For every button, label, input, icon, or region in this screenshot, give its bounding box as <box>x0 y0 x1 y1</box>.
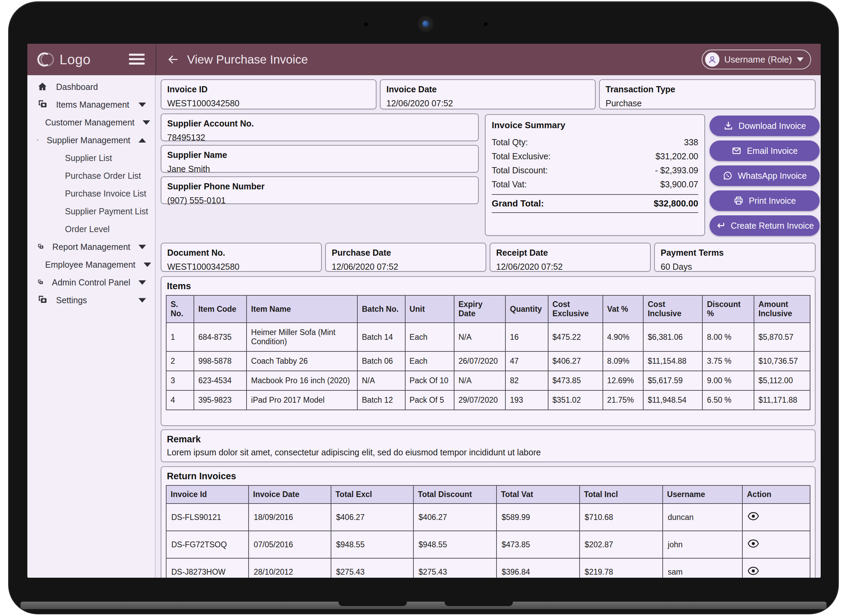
module-icon <box>37 135 38 146</box>
sidebar-item-order-level[interactable]: Order Level <box>27 220 155 238</box>
sidebar-item-supplier-management[interactable]: Supplier Management <box>27 131 155 149</box>
sidebar-item-admin-control-panel[interactable]: Admin Control Panel <box>27 274 155 291</box>
whatsapp-invoice-button[interactable]: WhatsApp Invoice <box>710 165 820 186</box>
sidebar-item-items-management[interactable]: Items Management <box>27 96 155 113</box>
summary-row: Total Discount:- $2,393.09 <box>492 164 698 177</box>
tablet-bezel: Logo View Purchase Invoice <box>9 2 838 614</box>
sidebar: Dashboard Items Management Customer Mana… <box>27 75 156 578</box>
view-icon[interactable] <box>748 539 759 548</box>
logo-area: Logo <box>27 44 156 75</box>
print-icon <box>733 196 744 206</box>
sidebar-item-employee-management[interactable]: Employee Management <box>27 256 155 274</box>
sidebar-item-report-management[interactable]: Report Management <box>27 238 155 256</box>
return-invoices-table: Invoice Id Invoice Date Total Excl Total… <box>166 485 810 578</box>
summary-row: Total Qty:338 <box>492 136 698 149</box>
chevron-down-icon <box>139 103 146 107</box>
item-row: 1684-8735 Heimer Miller Sofa (Mint Condi… <box>166 323 810 351</box>
invoice-date-field: Invoice Date 12/06/2020 07:52 <box>380 79 596 109</box>
grand-total-row: Grand Total:$32,800.00 <box>492 195 698 212</box>
summary-row: Total Exclusive:$31,202.00 <box>492 149 698 164</box>
module-icon <box>37 295 48 306</box>
email-invoice-button[interactable]: Email Invoice <box>710 140 820 161</box>
payment-terms-field: Payment Terms 60 Days <box>654 243 816 272</box>
return-invoices-title: Return Invoices <box>161 467 815 484</box>
chevron-up-icon <box>139 138 146 143</box>
front-camera-icon <box>418 16 434 32</box>
items-table: S. No. Item Code Item Name Batch No. Uni… <box>166 295 810 410</box>
sidebar-item-purchase-invoice-list[interactable]: Purchase Invoice List <box>27 184 155 202</box>
create-return-invoice-button[interactable]: Create Return Invoice <box>710 215 820 236</box>
app-screen: Logo View Purchase Invoice <box>27 44 820 578</box>
item-row: 2998-5878 Coach Tabby 26Batch 06 Each26/… <box>166 351 810 371</box>
logo-text: Logo <box>59 52 91 67</box>
item-row: 4395-9823 iPad Pro 2017 ModelBatch 12 Pa… <box>166 391 810 410</box>
receipt-date-field: Receipt Date 12/06/2020 07:52 <box>490 243 651 272</box>
top-app-bar: Logo View Purchase Invoice <box>27 44 820 75</box>
download-icon <box>723 121 733 131</box>
return-icon <box>715 221 726 231</box>
return-invoice-row: DS-J8273HOW28/10/2012 $275.43$275.43 $39… <box>166 558 810 578</box>
sidebar-item-purchase-order-list[interactable]: Purchase Order List <box>27 167 155 184</box>
user-label: Username (Role) <box>724 55 792 65</box>
chevron-down-icon <box>139 245 146 249</box>
supplier-phone-field: Supplier Phone Number (907) 555-0101 <box>161 176 479 204</box>
sidebar-item-settings[interactable]: Settings <box>27 291 155 309</box>
sensor-dot <box>363 22 369 27</box>
items-panel: Items S. No. Item Code Item Name <box>161 276 816 426</box>
transaction-type-field: Transaction Type Purchase <box>599 79 816 109</box>
chevron-down-icon <box>797 57 804 62</box>
module-icon <box>37 241 44 252</box>
chevron-down-icon <box>144 262 151 267</box>
return-header-row: Invoice Id Invoice Date Total Excl Total… <box>166 485 810 504</box>
home-icon <box>37 81 48 92</box>
remark-text: Lorem ipsum dolor sit amet, consectetur … <box>161 446 815 462</box>
view-icon[interactable] <box>748 566 759 575</box>
sidebar-item-dashboard[interactable]: Dashboard <box>27 78 155 96</box>
chevron-down-icon <box>139 298 146 302</box>
return-invoice-row: DS-FLS9012118/09/2016 $406.27$406.27 $58… <box>166 504 810 531</box>
whatsapp-icon <box>723 171 733 181</box>
menu-icon[interactable] <box>129 54 145 65</box>
supplier-account-field: Supplier Account No. 78495132 <box>161 113 479 141</box>
stage: Logo View Purchase Invoice <box>0 0 847 616</box>
document-no-field: Document No. WEST1000342580 <box>161 243 322 272</box>
module-icon <box>37 99 48 110</box>
sidebar-item-supplier-payment-list[interactable]: Supplier Payment List <box>27 202 155 220</box>
remark-panel: Remark Lorem ipsum dolor sit amet, conse… <box>161 429 816 462</box>
module-icon <box>37 277 44 288</box>
return-invoice-row: DS-FG72TSOQ07/05/2016 $948.55$948.55 $47… <box>166 531 810 558</box>
tablet-bottom-rim <box>21 602 826 609</box>
return-invoices-panel: Return Invoices Invoice Id Invoice Date … <box>161 466 816 578</box>
email-icon <box>732 146 742 156</box>
sidebar-item-supplier-list[interactable]: Supplier List <box>27 149 155 167</box>
items-panel-title: Items <box>161 277 815 294</box>
remark-title: Remark <box>161 430 815 446</box>
divider <box>492 212 698 213</box>
chevron-down-icon <box>139 280 146 285</box>
page-title: View Purchase Invoice <box>187 53 308 66</box>
purchase-date-field: Purchase Date 12/06/2020 07:52 <box>325 243 486 272</box>
chevron-down-icon <box>143 120 150 125</box>
user-menu-button[interactable]: Username (Role) <box>702 50 811 69</box>
logo-icon <box>35 51 56 68</box>
items-header-row: S. No. Item Code Item Name Batch No. Uni… <box>166 295 810 323</box>
invoice-id-field: Invoice ID WEST1000342580 <box>161 79 376 109</box>
print-invoice-button[interactable]: Print Invoice <box>710 190 820 211</box>
sidebar-item-customer-management[interactable]: Customer Management <box>27 113 155 131</box>
invoice-summary-panel: Invoice Summary Total Qty:338 Total Excl… <box>485 114 705 236</box>
sensor-dot <box>483 22 488 27</box>
back-arrow-icon[interactable] <box>166 54 180 65</box>
view-icon[interactable] <box>748 512 759 521</box>
page-head: View Purchase Invoice Username (Role) <box>156 50 820 69</box>
supplier-name-field: Supplier Name Jane Smith <box>161 145 479 172</box>
summary-row: Total Vat:$3,900.07 <box>492 177 698 192</box>
content-area: Invoice ID WEST1000342580 Invoice Date 1… <box>156 75 820 578</box>
avatar <box>705 52 719 67</box>
item-row: 3623-4534 Macbook Pro 16 inch (2020)N/A … <box>166 371 810 391</box>
download-invoice-button[interactable]: Download Invoice <box>710 115 820 136</box>
